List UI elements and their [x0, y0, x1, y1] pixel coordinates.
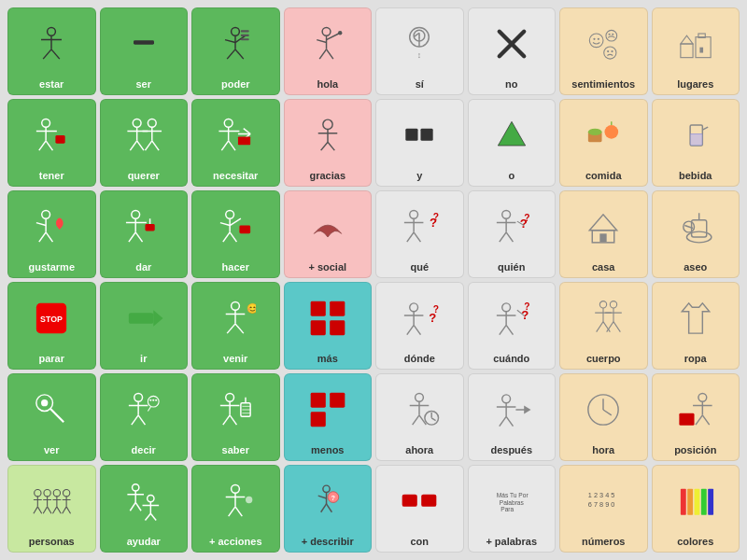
- svg-line-152: [506, 326, 513, 335]
- cell-tener[interactable]: tener: [7, 99, 96, 187]
- cell-estar[interactable]: estar: [7, 7, 96, 95]
- svg-line-18: [319, 49, 326, 59]
- cell-decir[interactable]: decir: [100, 373, 189, 461]
- cell-mas[interactable]: más: [284, 282, 373, 370]
- cell-quien[interactable]: ??quién: [468, 190, 557, 278]
- cell-poder[interactable]: poder: [191, 7, 280, 95]
- label-poder: poder: [221, 78, 250, 91]
- icon-saber: [196, 378, 275, 442]
- svg-line-250: [235, 507, 242, 516]
- cell-casa[interactable]: casa: [559, 190, 648, 278]
- cell-si[interactable]: ↕↕sí: [375, 7, 464, 95]
- svg-rect-139: [310, 321, 325, 336]
- label-ropa: ropa: [684, 353, 707, 365]
- svg-line-151: [500, 326, 506, 335]
- icon-poder: [196, 12, 275, 77]
- cell-menos[interactable]: menos: [284, 373, 373, 461]
- svg-line-53: [130, 141, 136, 150]
- cell-querer[interactable]: querer: [100, 99, 189, 187]
- cell-ayudar[interactable]: ayudar: [100, 465, 189, 553]
- cell-comida[interactable]: comida: [559, 99, 648, 187]
- cell-personas[interactable]: personas: [7, 465, 96, 553]
- svg-line-254: [317, 497, 326, 499]
- icon-si: ↕↕: [380, 12, 459, 77]
- svg-rect-191: [310, 413, 325, 427]
- cell-necesitar[interactable]: necesitar: [191, 99, 280, 187]
- cell-describir[interactable]: ?+ describir: [284, 465, 373, 553]
- svg-rect-259: [402, 495, 417, 507]
- cell-y[interactable]: y: [375, 99, 464, 187]
- cell-lugares[interactable]: lugares: [652, 7, 740, 95]
- cell-aseo[interactable]: aseo: [652, 190, 740, 278]
- svg-rect-14: [241, 39, 249, 41]
- cell-acciones[interactable]: + acciones: [191, 465, 280, 553]
- svg-point-148: [501, 303, 510, 312]
- svg-line-11: [235, 49, 244, 59]
- cell-gustarme[interactable]: gustarme: [7, 190, 96, 278]
- svg-text:😊: 😊: [247, 302, 256, 315]
- cell-dar[interactable]: dar: [100, 190, 189, 278]
- cell-cuando[interactable]: ??cuándo: [468, 282, 557, 370]
- svg-line-8: [225, 40, 235, 43]
- label-o: o: [508, 170, 514, 182]
- cell-colores[interactable]: colores: [652, 465, 740, 553]
- cell-hora[interactable]: hora: [559, 373, 648, 461]
- svg-line-94: [135, 232, 142, 242]
- cell-ver[interactable]: ver: [7, 373, 96, 461]
- label-menos: menos: [311, 444, 344, 456]
- svg-rect-137: [310, 301, 325, 316]
- cell-venir[interactable]: 😊venir: [191, 282, 280, 370]
- icon-social: [289, 195, 368, 259]
- cell-que[interactable]: ??qué: [375, 190, 464, 278]
- icon-ir: [105, 287, 184, 351]
- svg-rect-74: [406, 129, 418, 141]
- svg-line-99: [220, 223, 230, 226]
- cell-ropa[interactable]: ropa: [652, 282, 740, 370]
- label-ver: ver: [44, 444, 60, 456]
- cell-con[interactable]: con: [375, 465, 464, 553]
- svg-line-209: [603, 410, 612, 415]
- cell-ir[interactable]: ir: [100, 282, 189, 370]
- svg-marker-119: [590, 215, 617, 231]
- svg-rect-12: [241, 31, 249, 33]
- icon-hacer: [196, 195, 275, 259]
- cell-social[interactable]: + social: [284, 190, 373, 278]
- cell-numeros[interactable]: 1 2 3 4 56 7 8 9 0números: [559, 465, 648, 553]
- icon-querer: [105, 104, 184, 168]
- svg-line-100: [230, 219, 241, 226]
- cell-ahora[interactable]: ahora: [375, 373, 464, 461]
- cell-gracias[interactable]: gracias: [284, 99, 373, 187]
- svg-rect-267: [687, 489, 693, 515]
- cell-hacer[interactable]: hacer: [191, 190, 280, 278]
- label-hacer: hacer: [222, 261, 249, 273]
- cell-donde[interactable]: ??dónde: [375, 282, 464, 370]
- icon-despues: [472, 378, 552, 442]
- icon-ahora: [380, 378, 459, 442]
- svg-line-165: [613, 322, 620, 332]
- cell-o[interactable]: o: [468, 99, 557, 187]
- svg-line-84: [702, 128, 708, 131]
- cell-saber[interactable]: saber: [191, 373, 280, 461]
- svg-rect-260: [421, 495, 436, 507]
- svg-point-38: [612, 50, 613, 52]
- cell-cuerpo[interactable]: cuerpo: [559, 282, 648, 370]
- cell-palabras[interactable]: Más Tu PorPalabrasPara+ palabras: [468, 465, 557, 553]
- cell-posicion[interactable]: posición: [652, 373, 740, 461]
- cell-ser[interactable]: ser: [100, 7, 189, 95]
- svg-point-178: [155, 399, 157, 401]
- svg-point-79: [605, 125, 619, 139]
- cell-no[interactable]: no: [468, 7, 557, 95]
- cell-despues[interactable]: después: [468, 373, 557, 461]
- cell-sentimientos[interactable]: sentimientos: [559, 7, 648, 95]
- cell-bebida[interactable]: bebida: [652, 99, 740, 187]
- svg-point-32: [598, 38, 599, 40]
- label-personas: personas: [29, 536, 75, 548]
- icon-posicion: [656, 378, 736, 442]
- label-ir: ir: [140, 353, 147, 365]
- cell-hola[interactable]: hola: [284, 7, 373, 95]
- icon-hora: [564, 378, 643, 442]
- svg-line-145: [414, 326, 420, 335]
- svg-line-101: [223, 232, 230, 242]
- svg-line-64: [229, 141, 235, 150]
- cell-parar[interactable]: STOPparar: [7, 282, 96, 370]
